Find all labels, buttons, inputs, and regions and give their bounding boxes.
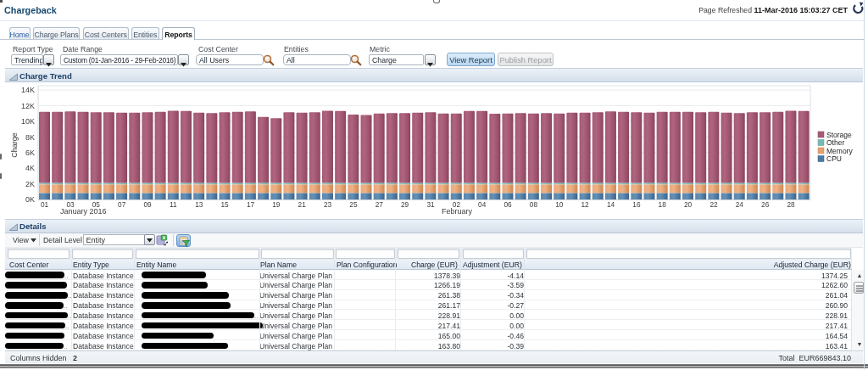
svg-text:26: 26: [761, 200, 770, 209]
svg-text:0K: 0K: [25, 195, 35, 204]
svg-text:10: 10: [555, 200, 564, 209]
svg-text:04: 04: [478, 200, 487, 209]
svg-text:12K: 12K: [21, 102, 35, 110]
svg-text:14: 14: [607, 200, 615, 209]
svg-text:12: 12: [581, 200, 589, 209]
svg-text:CPU: CPU: [826, 154, 842, 163]
svg-text:8K: 8K: [25, 133, 35, 142]
svg-text:07: 07: [118, 200, 126, 209]
svg-text:31: 31: [426, 200, 435, 209]
svg-text:21: 21: [298, 200, 307, 209]
svg-text:28: 28: [787, 200, 795, 209]
svg-text:February: February: [442, 207, 473, 216]
svg-text:14K: 14K: [21, 86, 35, 94]
svg-text:29: 29: [401, 200, 409, 209]
svg-text:27: 27: [376, 200, 384, 209]
svg-text:19: 19: [272, 200, 281, 209]
svg-text:08: 08: [530, 200, 538, 209]
svg-text:11: 11: [170, 200, 177, 209]
svg-text:Charge: Charge: [10, 132, 19, 158]
svg-text:06: 06: [504, 200, 512, 209]
svg-text:10K: 10K: [21, 117, 35, 126]
svg-text:17: 17: [247, 200, 255, 209]
svg-text:01: 01: [41, 200, 49, 209]
svg-text:20: 20: [684, 200, 693, 209]
svg-text:Storage: Storage: [826, 131, 852, 139]
svg-text:25: 25: [349, 200, 358, 209]
svg-text:Memory: Memory: [826, 147, 853, 155]
svg-text:18: 18: [659, 200, 667, 209]
svg-text:23: 23: [324, 200, 332, 209]
svg-text:January 2016: January 2016: [60, 207, 107, 216]
svg-text:Other: Other: [826, 138, 844, 147]
svg-text:15: 15: [220, 200, 229, 209]
svg-text:16: 16: [632, 200, 641, 209]
svg-text:22: 22: [709, 200, 718, 209]
svg-text:09: 09: [143, 200, 152, 209]
svg-text:6K: 6K: [25, 149, 35, 157]
svg-text:4K: 4K: [25, 164, 35, 172]
svg-text:13: 13: [195, 200, 203, 209]
svg-text:24: 24: [736, 200, 744, 209]
svg-text:2K: 2K: [25, 180, 35, 188]
